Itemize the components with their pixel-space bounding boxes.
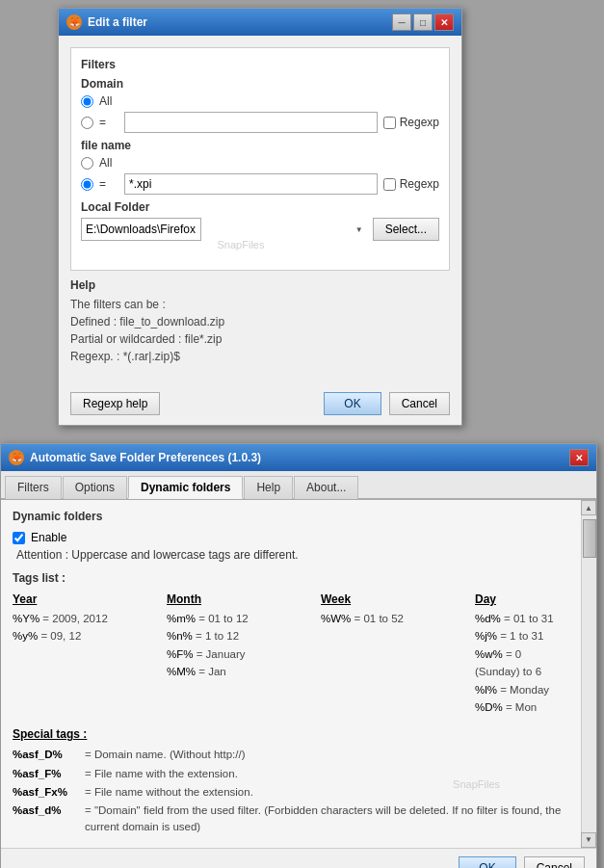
special-tag-F: %asf_F% = File name with the extension. bbox=[13, 766, 565, 782]
filename-all-label: All bbox=[99, 156, 118, 170]
local-folder-label: Local Folder bbox=[81, 200, 439, 214]
special-tag-F-desc: = File name with the extension. bbox=[85, 766, 238, 782]
tab-filters[interactable]: Filters bbox=[5, 476, 62, 499]
week-row-1: %W% = 01 to 52 bbox=[321, 610, 465, 627]
day-row-2: %j% = 1 to 31 bbox=[475, 627, 556, 644]
special-tag-Fx: %asf_Fx% = File name without the extensi… bbox=[13, 784, 565, 801]
prefs-window-controls: ✕ bbox=[569, 449, 589, 466]
special-tag-d-key: %asf_d% bbox=[13, 802, 85, 836]
prefs-title: Automatic Save Folder Preferences (1.0.3… bbox=[30, 451, 261, 464]
special-tag-D-key: %asf_D% bbox=[13, 747, 85, 763]
scrollbar-down-arrow[interactable]: ▼ bbox=[581, 832, 596, 848]
domain-value-input[interactable] bbox=[124, 112, 378, 133]
filename-regexp-checkbox[interactable] bbox=[383, 178, 396, 191]
enable-checkbox[interactable] bbox=[13, 532, 25, 544]
folder-select-wrapper: E:\Downloads\Firefox bbox=[81, 218, 367, 241]
domain-all-label: All bbox=[99, 94, 118, 108]
edit-filter-title: Edit a filter bbox=[88, 15, 147, 29]
enable-label: Enable bbox=[31, 531, 66, 544]
prefs-close-button[interactable]: ✕ bbox=[569, 449, 589, 466]
edit-filter-footer: Regexp help OK Cancel bbox=[59, 386, 461, 425]
special-tags-section: Special tags : %asf_D% = Domain name. (W… bbox=[13, 727, 565, 835]
month-row-2: %n% = 1 to 12 bbox=[167, 627, 311, 644]
special-tag-D-desc: = Domain name. (Without http://) bbox=[85, 747, 246, 763]
filters-label: Filters bbox=[81, 58, 439, 71]
scrollbar-track: ▲ ▼ bbox=[581, 500, 596, 848]
folder-select[interactable]: E:\Downloads\Firefox bbox=[81, 218, 201, 241]
filename-label: file name bbox=[81, 139, 439, 152]
tab-help[interactable]: Help bbox=[244, 476, 293, 499]
month-col-title: Month bbox=[167, 592, 311, 606]
tag-col-day: Day %d% = 01 to 31 %j% = 1 to 31 %w% = 0… bbox=[475, 592, 565, 716]
domain-regexp-checkbox[interactable] bbox=[383, 117, 396, 129]
filename-value-input[interactable] bbox=[124, 173, 378, 195]
footer-right: OK Cancel bbox=[324, 392, 450, 415]
special-tag-D: %asf_D% = Domain name. (Without http://) bbox=[13, 747, 565, 763]
regexp-help-button[interactable]: Regexp help bbox=[70, 392, 160, 415]
filename-equals-radio[interactable] bbox=[81, 178, 93, 191]
help-label: Help bbox=[70, 278, 450, 292]
maximize-button[interactable]: □ bbox=[413, 13, 433, 31]
edit-filter-titlebar: 🦊 Edit a filter ─ □ ✕ bbox=[59, 9, 461, 36]
local-folder-row: E:\Downloads\Firefox Select... bbox=[81, 218, 439, 241]
close-button[interactable]: ✕ bbox=[434, 13, 454, 31]
month-row-4: %M% = Jan bbox=[167, 663, 311, 680]
tags-grid: Year %Y% = 2009, 2012 %y% = 09, 12 Month… bbox=[13, 592, 565, 716]
special-tag-d-desc: = "Domain" field from the used filter. (… bbox=[85, 802, 565, 836]
edit-filter-body: Filters Domain All = Regexp file name bbox=[59, 36, 461, 386]
cancel-button[interactable]: Cancel bbox=[389, 392, 450, 415]
domain-regexp-label: Regexp bbox=[400, 116, 439, 129]
day-row-5: %D% = Mon bbox=[475, 698, 556, 716]
help-line-3: Partial or wildcarded : file*.zip bbox=[70, 330, 450, 348]
filters-group: Filters Domain All = Regexp file name bbox=[70, 47, 450, 271]
domain-equals-row: = Regexp bbox=[81, 112, 439, 133]
filename-regexp-label: Regexp bbox=[400, 177, 439, 191]
domain-all-radio[interactable] bbox=[81, 95, 93, 108]
scrollbar-thumb[interactable] bbox=[583, 519, 596, 558]
dynamic-folders-title: Dynamic folders bbox=[13, 510, 565, 523]
help-section: Help The filters can be : Defined : file… bbox=[70, 278, 450, 365]
tag-col-year: Year %Y% = 2009, 2012 %y% = 09, 12 bbox=[13, 592, 167, 716]
filename-equals-row: = Regexp bbox=[81, 173, 439, 195]
filename-all-row: All bbox=[81, 156, 439, 170]
special-tag-d: %asf_d% = "Domain" field from the used f… bbox=[13, 802, 565, 836]
tabs-bar: Filters Options Dynamic folders Help Abo… bbox=[1, 471, 596, 500]
week-col-title: Week bbox=[321, 592, 465, 606]
year-col-title: Year bbox=[13, 592, 157, 606]
enable-row: Enable bbox=[13, 531, 565, 544]
special-tags-title: Special tags : bbox=[13, 727, 87, 741]
tab-about[interactable]: About... bbox=[294, 476, 358, 499]
domain-regexp-row: Regexp bbox=[383, 116, 439, 129]
prefs-cancel-button[interactable]: Cancel bbox=[524, 856, 585, 868]
prefs-dialog: 🦊 Automatic Save Folder Preferences (1.0… bbox=[0, 443, 597, 868]
select-folder-button[interactable]: Select... bbox=[373, 218, 439, 241]
year-row-1: %Y% = 2009, 2012 bbox=[13, 610, 157, 627]
filename-all-radio[interactable] bbox=[81, 157, 93, 170]
day-row-1: %d% = 01 to 31 bbox=[475, 610, 556, 627]
tag-col-month: Month %m% = 01 to 12 %n% = 1 to 12 %F% =… bbox=[167, 592, 321, 716]
edit-filter-dialog: 🦊 Edit a filter ─ □ ✕ Filters Domain All… bbox=[58, 8, 462, 426]
firefox-icon: 🦊 bbox=[66, 14, 82, 30]
month-row-1: %m% = 01 to 12 bbox=[167, 610, 311, 627]
filename-equals-label: = bbox=[99, 177, 118, 191]
year-row-2: %y% = 09, 12 bbox=[13, 627, 157, 644]
special-tag-Fx-desc: = File name without the extension. bbox=[85, 784, 253, 801]
prefs-titlebar: 🦊 Automatic Save Folder Preferences (1.0… bbox=[1, 444, 596, 471]
tab-inner-content: Dynamic folders Enable Attention : Upper… bbox=[13, 510, 585, 836]
tags-list-title: Tags list : bbox=[13, 571, 565, 585]
scrollbar-up-arrow[interactable]: ▲ bbox=[581, 500, 596, 515]
prefs-ok-button[interactable]: OK bbox=[459, 856, 515, 868]
filename-regexp-row: Regexp bbox=[383, 177, 439, 191]
month-row-3: %F% = January bbox=[167, 645, 311, 663]
prefs-firefox-icon: 🦊 bbox=[9, 450, 24, 465]
ok-button[interactable]: OK bbox=[324, 392, 381, 415]
prefs-body: Filters Options Dynamic folders Help Abo… bbox=[1, 471, 596, 848]
domain-all-row: All bbox=[81, 94, 439, 108]
day-row-3: %w% = 0 (Sunday) to 6 bbox=[475, 645, 556, 681]
tab-options[interactable]: Options bbox=[63, 476, 127, 499]
minimize-button[interactable]: ─ bbox=[392, 13, 411, 31]
domain-equals-radio[interactable] bbox=[81, 117, 93, 129]
window-controls: ─ □ ✕ bbox=[392, 13, 454, 31]
tag-col-week: Week %W% = 01 to 52 bbox=[321, 592, 475, 716]
tab-dynamic-folders[interactable]: Dynamic folders bbox=[128, 476, 243, 499]
